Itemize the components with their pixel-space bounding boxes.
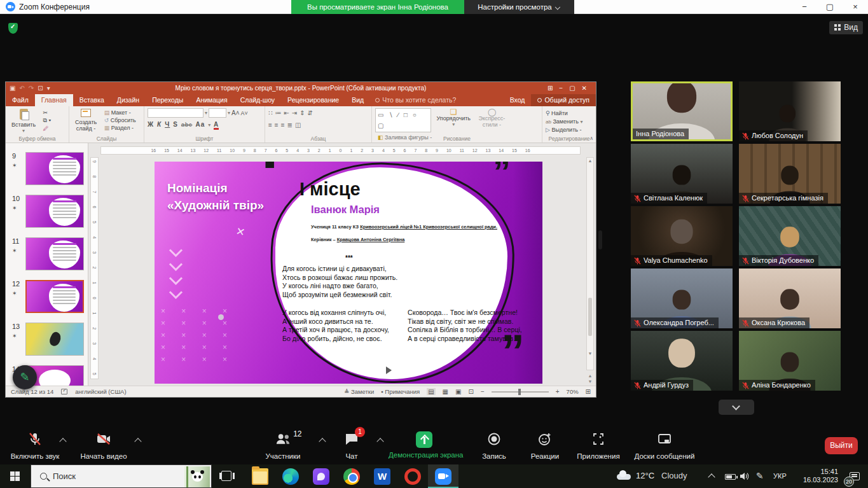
shadow-button[interactable]: S: [173, 121, 178, 128]
font-name-box[interactable]: [148, 108, 203, 118]
scrollbar-thumb[interactable]: [588, 298, 592, 336]
align-right-button[interactable]: ≡: [281, 122, 287, 129]
layout-button[interactable]: ▤ Макет -: [104, 109, 136, 116]
participant-tile[interactable]: Світлана Каленюк: [631, 144, 733, 204]
justify-button[interactable]: ≣: [287, 122, 295, 129]
start-button[interactable]: [0, 464, 31, 488]
columns-button[interactable]: ◫: [295, 122, 303, 129]
find-button[interactable]: ⚲ Найти: [546, 110, 582, 116]
align-center-button[interactable]: ≡: [275, 122, 281, 129]
slide-thumbnail-12-selected[interactable]: [25, 280, 84, 313]
slide-thumbnail-13[interactable]: [25, 323, 84, 356]
reading-view-button[interactable]: ▣: [455, 388, 461, 395]
slide-thumbnail-10[interactable]: [25, 195, 84, 228]
taskbar-opera[interactable]: [397, 464, 428, 488]
line-spacing-button[interactable]: ⇕: [300, 109, 307, 116]
taskbar-file-explorer[interactable]: [245, 464, 275, 488]
paste-button[interactable]: Вставить▾: [9, 108, 38, 135]
apps-button[interactable]: Приложения: [570, 431, 627, 460]
format-painter-button[interactable]: 🖉: [43, 125, 52, 132]
view-settings-button[interactable]: Настройки просмотра: [464, 0, 574, 14]
maximize-button[interactable]: ▢: [817, 0, 843, 14]
tell-me-box[interactable]: Что вы хотите сделать?: [375, 94, 456, 106]
notification-center-icon[interactable]: 20: [850, 472, 860, 480]
align-left-button[interactable]: ≡: [268, 122, 275, 129]
cut-button[interactable]: ✂: [43, 109, 52, 116]
taskbar-edge[interactable]: [275, 464, 306, 488]
taskbar-word[interactable]: W: [367, 464, 397, 488]
participant-tile[interactable]: Любов Солодун: [739, 81, 841, 141]
minimize-button[interactable]: −: [792, 0, 817, 14]
comments-toggle[interactable]: ▪ Примечания: [381, 388, 420, 395]
more-participants-button[interactable]: [719, 400, 754, 415]
font-color-button[interactable]: A: [214, 121, 219, 130]
search-highlight-image[interactable]: [184, 466, 210, 487]
tab-review[interactable]: Рецензирование: [281, 94, 345, 106]
copy-button[interactable]: ⧉ ▾: [43, 117, 52, 124]
ppt-restore-button[interactable]: ▢: [569, 85, 581, 92]
grow-font-button[interactable]: A˄: [231, 109, 240, 116]
participant-tile[interactable]: Олександра Погреб...: [631, 268, 733, 328]
tab-file[interactable]: Файл: [6, 94, 35, 106]
zoom-slider-thumb[interactable]: [518, 389, 521, 395]
security-shield-icon[interactable]: [8, 23, 18, 34]
quick-styles-button[interactable]: ◯Экспресс-стили -: [476, 108, 507, 129]
participant-tile[interactable]: Valya Chumachenko: [631, 206, 733, 266]
zoom-out-button[interactable]: −: [481, 388, 485, 395]
participant-tile[interactable]: Секретарська гімназія: [739, 144, 841, 204]
tab-home[interactable]: Главная: [35, 94, 73, 106]
normal-view-button[interactable]: ▤: [427, 388, 435, 395]
slide-thumbnail-11[interactable]: [25, 237, 84, 270]
change-case-button[interactable]: Aa: [195, 121, 205, 128]
language-indicator[interactable]: английский (США): [75, 388, 126, 395]
indent-increase-button[interactable]: ⇥: [292, 109, 300, 116]
record-button[interactable]: Запись: [472, 431, 516, 460]
zoom-in-button[interactable]: +: [556, 388, 560, 395]
tab-view[interactable]: Вид: [345, 94, 370, 106]
zoom-level[interactable]: 70%: [567, 388, 579, 395]
italic-button[interactable]: К: [157, 121, 162, 128]
tab-insert[interactable]: Вставка: [73, 94, 111, 106]
taskbar-designer[interactable]: [306, 464, 336, 488]
taskbar-clock[interactable]: 15:41 16.03.2023: [796, 464, 838, 484]
bold-button[interactable]: Ж: [148, 121, 154, 128]
participant-tile[interactable]: Андрій Гурдуз: [631, 331, 733, 391]
slide-thumbnail-9[interactable]: [25, 152, 84, 185]
text-direction-button[interactable]: ⇵: [308, 109, 315, 116]
taskbar-zoom-active[interactable]: [428, 464, 458, 488]
tab-slideshow[interactable]: Слайд-шоу: [234, 94, 281, 106]
annotation-pencil-button[interactable]: ✎: [13, 365, 37, 389]
bullets-button[interactable]: ∷: [268, 109, 275, 116]
chat-button[interactable]: 1 Чат: [329, 431, 374, 460]
share-screen-button[interactable]: Демонстрация экрана: [389, 431, 460, 459]
tab-design[interactable]: Дизайн: [111, 94, 146, 106]
whiteboards-button[interactable]: Доски сообщений: [626, 431, 703, 460]
zoom-slider[interactable]: [492, 391, 549, 393]
view-layout-button[interactable]: Вид: [829, 21, 863, 34]
prev-next-slide-buttons[interactable]: ▲▼: [586, 373, 594, 384]
participant-tile[interactable]: Вікторія Дубовенко: [739, 206, 841, 266]
arrange-button[interactable]: ❏Упорядочить▾: [434, 108, 473, 129]
shared-screen-edge-handle[interactable]: [598, 230, 602, 249]
leave-meeting-button[interactable]: Выйти: [825, 437, 858, 454]
section-button[interactable]: ▦ Раздел -: [104, 125, 136, 131]
tab-transitions[interactable]: Переходы: [146, 94, 189, 106]
ribbon-display-icon[interactable]: ⊞: [548, 85, 559, 92]
strikethrough-button[interactable]: abc: [181, 122, 193, 128]
sign-in-button[interactable]: Вход: [504, 94, 532, 106]
slide-sorter-view-button[interactable]: ▦: [443, 388, 448, 395]
language-indicator[interactable]: УКР: [773, 472, 787, 480]
notes-toggle[interactable]: ≜ Заметки: [344, 388, 374, 395]
indent-decrease-button[interactable]: ⇤: [284, 109, 291, 116]
vertical-scrollbar[interactable]: ▲▼: [586, 157, 594, 370]
font-size-box[interactable]: [209, 108, 226, 118]
participants-button[interactable]: 12 Участники: [254, 431, 312, 460]
select-button[interactable]: ▷ Выделить -: [546, 127, 582, 133]
reactions-button[interactable]: Реакции: [521, 431, 568, 460]
taskbar-search[interactable]: Поиск: [31, 464, 212, 488]
pen-icon[interactable]: ✎: [756, 471, 764, 481]
participant-tile[interactable]: Оксана Крюкова: [739, 268, 841, 328]
taskbar-chrome[interactable]: [336, 464, 367, 488]
battery-icon[interactable]: [725, 474, 736, 480]
underline-button[interactable]: Ч: [165, 121, 170, 128]
